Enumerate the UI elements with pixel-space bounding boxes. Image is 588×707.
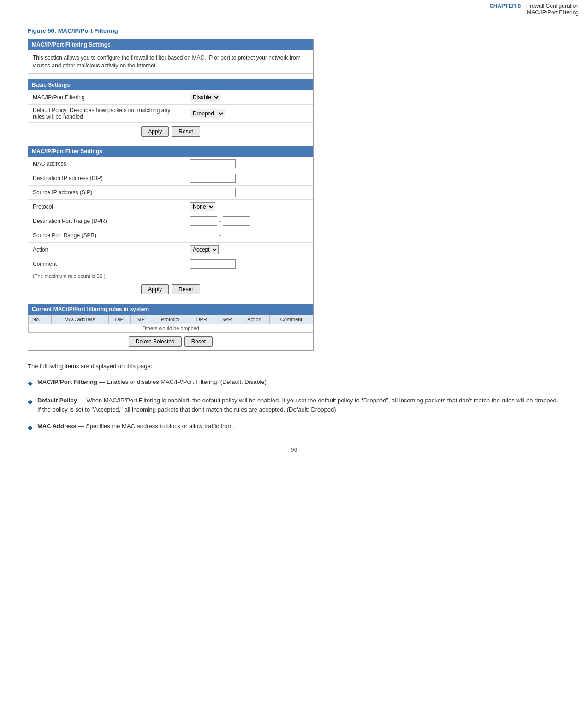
mac-address-label: MAC address [28, 157, 185, 171]
diamond-icon-2: ◆ [28, 397, 33, 407]
bullet-mac-filtering: ◆ MAC/IP/Port Filtering — Enables or dis… [28, 377, 560, 389]
bullet-emdash-1: — [99, 378, 107, 385]
dpr-separator: - [219, 218, 221, 224]
current-rules-table: No. MAC address DIP SIP Protocol DPR SPR… [28, 315, 313, 333]
action-label: Action [28, 242, 185, 257]
sip-row: Source IP address (SIP) [28, 185, 313, 199]
comment-control [185, 257, 313, 271]
basic-apply-button[interactable]: Apply [141, 126, 169, 137]
col-action: Action [239, 315, 269, 324]
sip-label: Source IP address (SIP) [28, 185, 185, 199]
basic-settings-header: Basic Settings [28, 79, 313, 90]
bullet-text-2: Default Policy — When MAC/IP/Port Filter… [37, 396, 560, 414]
page-number: – 96 – [28, 447, 560, 453]
bullet-desc-2: When MAC/IP/Port Filtering is enabled, t… [37, 397, 558, 413]
spr-label: Source Port Range (SPR) [28, 228, 185, 242]
filter-apply-button[interactable]: Apply [141, 284, 169, 294]
spr-range: - [190, 231, 309, 240]
action-row: Action Accept Drop [28, 242, 313, 257]
comment-input[interactable] [190, 259, 236, 269]
basic-settings-table: MAC/IP/Port Filtering Disable Enable Def… [28, 90, 313, 123]
mac-filtering-row: MAC/IP/Port Filtering Disable Enable [28, 90, 313, 105]
main-section-header: MAC/IP/Port Filtering Settings [28, 39, 313, 50]
col-no: No. [29, 315, 52, 324]
mac-filtering-control: Disable Enable [185, 90, 313, 105]
default-policy-select[interactable]: Dropped Accepted [190, 109, 225, 118]
bullet-list: ◆ MAC/IP/Port Filtering — Enables or dis… [28, 377, 560, 433]
mac-address-input[interactable] [190, 159, 236, 168]
col-protocol: Protocol [151, 315, 189, 324]
mac-filtering-select[interactable]: Disable Enable [190, 93, 220, 102]
spr-start-input[interactable] [190, 231, 217, 240]
col-dpr: DPR [189, 315, 214, 324]
spr-end-input[interactable] [223, 231, 250, 240]
settings-box: MAC/IP/Port Filtering Settings This sect… [28, 39, 314, 351]
basic-settings-buttons: Apply Reset [28, 123, 313, 140]
dpr-label: Destination Port Range (DPR) [28, 214, 185, 228]
max-rule-note: (The maximum rule count is 32.) [28, 271, 313, 281]
spr-separator: - [219, 232, 221, 239]
comment-row: Comment [28, 257, 313, 271]
col-comment: Comment [270, 315, 313, 324]
mac-filtering-label: MAC/IP/Port Filtering [28, 90, 185, 105]
figure-title: Figure 56: MAC/IP/Port Filtering [28, 27, 560, 34]
dpr-row: Destination Port Range (DPR) - [28, 214, 313, 228]
default-policy-label: Default Policy: Describes how packets no… [28, 104, 185, 122]
diamond-icon-3: ◆ [28, 423, 33, 433]
col-sip: SIP [130, 315, 151, 324]
spr-control: - [185, 228, 313, 242]
header-title1: Firewall Configuration [525, 3, 579, 9]
header-right: CHAPTER 8 | Firewall Configuration MAC/I… [489, 3, 579, 16]
bullet-text-3: MAC Address — Specifies the MAC address … [37, 422, 234, 431]
others-row-cell: Others would be dropped [29, 324, 313, 332]
protocol-control: None TCP UDP ICMP [185, 199, 313, 214]
default-policy-row: Default Policy: Describes how packets no… [28, 104, 313, 122]
action-control: Accept Drop [185, 242, 313, 257]
dip-input[interactable] [190, 174, 236, 183]
delete-selected-button[interactable]: Delete Selected [129, 336, 182, 347]
protocol-label: Protocol [28, 199, 185, 214]
bullet-desc-1: Enables or disables MAC/IP/Port Filterin… [107, 378, 267, 385]
rules-table-header-row: No. MAC address DIP SIP Protocol DPR SPR… [29, 315, 313, 324]
bullet-mac-address: ◆ MAC Address — Specifies the MAC addres… [28, 422, 560, 433]
dip-label: Destination IP address (DIP) [28, 171, 185, 185]
comment-label: Comment [28, 257, 185, 271]
protocol-select[interactable]: None TCP UDP ICMP [190, 202, 215, 211]
dpr-end-input[interactable] [223, 216, 250, 226]
default-policy-control: Dropped Accepted [185, 104, 313, 122]
bullet-emdash-3: — [78, 423, 86, 430]
action-select[interactable]: Accept Drop [190, 245, 219, 254]
bullet-term-3: MAC Address [37, 423, 77, 430]
current-rules-header: Current MAC/IP/Port filtering rules in s… [28, 304, 313, 315]
others-row: Others would be dropped [29, 324, 313, 332]
col-mac: MAC address [51, 315, 108, 324]
body-text: The following items are displayed on thi… [28, 362, 560, 433]
header-title2: MAC/IP/Port Filtering [527, 9, 579, 16]
page-header: CHAPTER 8 | Firewall Configuration MAC/I… [0, 0, 588, 18]
bullet-text-1: MAC/IP/Port Filtering — Enables or disab… [37, 377, 267, 387]
sip-control [185, 185, 313, 199]
main-content: Figure 56: MAC/IP/Port Filtering MAC/IP/… [0, 18, 588, 472]
filter-reset-button[interactable]: Reset [172, 284, 200, 294]
basic-reset-button[interactable]: Reset [172, 126, 200, 137]
bullet-term-1: MAC/IP/Port Filtering [37, 378, 97, 385]
sip-input[interactable] [190, 188, 236, 197]
diamond-icon-1: ◆ [28, 378, 33, 389]
bullet-emdash-2: — [79, 397, 87, 404]
filter-settings-header: MAC/IP/Port Filter Settings [28, 146, 313, 157]
mac-address-row: MAC address [28, 157, 313, 171]
dip-control [185, 171, 313, 185]
dip-row: Destination IP address (DIP) [28, 171, 313, 185]
section-description: This section allows you to configure the… [28, 50, 313, 74]
filter-settings-buttons: Apply Reset [28, 281, 313, 298]
rules-reset-button[interactable]: Reset [184, 336, 213, 347]
protocol-row: Protocol None TCP UDP ICMP [28, 199, 313, 214]
dpr-start-input[interactable] [190, 216, 217, 226]
col-spr: SPR [214, 315, 239, 324]
chapter-label: CHAPTER 8 [489, 3, 521, 9]
filter-settings-table: MAC address Destination IP address (DIP)… [28, 157, 313, 271]
intro-text: The following items are displayed on thi… [28, 362, 560, 371]
dpr-range: - [190, 216, 309, 226]
rules-bottom-buttons: Delete Selected Reset [28, 333, 313, 350]
bullet-desc-3: Specifies the MAC address to block or al… [86, 423, 234, 430]
